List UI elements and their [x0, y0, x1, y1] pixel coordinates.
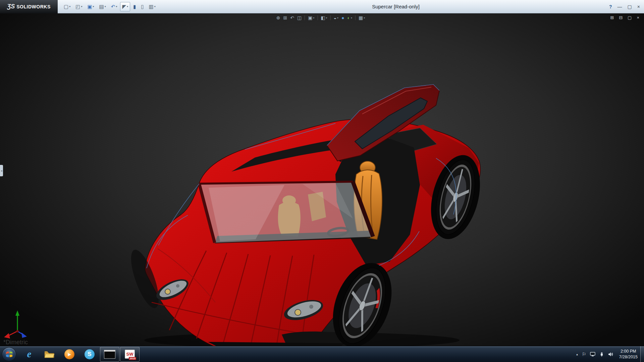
zoom-to-fit-icon: ⊕	[276, 15, 280, 20]
solidworks-logo: ƷS SOLIDWORKS	[0, 0, 58, 13]
orientation-label: *Dimetric	[3, 339, 28, 346]
instant3d-button[interactable]: ▮	[131, 2, 138, 11]
chevron-down-icon: ▾	[337, 16, 338, 19]
select-tool-button[interactable]: ◤ ▾	[120, 2, 130, 11]
folder-icon	[44, 350, 55, 359]
command-prompt-icon	[104, 350, 115, 359]
supercar-model[interactable]	[125, 84, 488, 346]
skype-icon: S	[85, 349, 95, 359]
minimize-button[interactable]: —	[618, 4, 622, 9]
maximize-button[interactable]: ▢	[628, 4, 632, 9]
apply-scene-button[interactable]: ◐ ▾	[347, 15, 352, 20]
taskbar-explorer-button[interactable]	[40, 347, 59, 362]
chevron-down-icon: ▾	[351, 16, 352, 19]
heads-up-view-toolbar: ⊕ ⊞ ↶ ◫ ▣ ▾ ◧ ▾ ◒ ▾	[276, 15, 365, 20]
chevron-down-icon: ▾	[69, 5, 70, 8]
start-button[interactable]	[2, 347, 16, 361]
hide-show-items-button[interactable]: ◒ ▾	[334, 15, 338, 20]
play-icon: ▶	[68, 352, 71, 357]
hide-show-items-icon: ◒	[334, 15, 336, 20]
separator	[317, 15, 318, 20]
taskbar-skype-button[interactable]: S	[80, 347, 99, 362]
feature-manager-collapse-tab[interactable]: ◂	[0, 165, 3, 176]
windshield	[199, 182, 373, 243]
pane-toggle-icon[interactable]: ⊞	[610, 15, 614, 20]
show-desktop-button[interactable]	[640, 346, 644, 362]
chevron-down-icon: ▾	[313, 16, 314, 19]
options-sheet-icon: ▥	[149, 4, 154, 10]
display-style-button[interactable]: ◧ ▾	[321, 15, 327, 20]
graphics-area	[0, 13, 644, 346]
document-window-controls: ⊞ ⊟ ▢ ×	[610, 15, 639, 20]
printer-icon: ▤	[99, 4, 104, 10]
new-document-icon: ▢	[64, 4, 68, 10]
save-button[interactable]: ▣ ▾	[85, 2, 96, 11]
undo-arrow-icon: ↶	[111, 4, 115, 10]
brand-name: SOLIDWORKS	[16, 4, 50, 9]
section-view-icon: ◫	[297, 15, 302, 20]
previous-view-button[interactable]: ↶	[290, 15, 294, 20]
screen: ƷS SOLIDWORKS ▢ ▾ ◰ ▾ ▣ ▾ ▤ ▾ ↶ ▾	[0, 0, 644, 362]
chevron-down-icon: ▾	[326, 16, 327, 19]
doc-restore-button[interactable]: ▢	[628, 15, 632, 20]
window-controls: ? — ▢ ×	[609, 0, 640, 13]
open-folder-icon: ◰	[75, 4, 80, 10]
zoom-to-area-icon: ⊞	[283, 15, 287, 20]
doc-minimize-button[interactable]: ⊟	[619, 15, 623, 20]
action-center-flag-icon[interactable]: ⚐	[582, 352, 586, 357]
doc-close-button[interactable]: ×	[637, 15, 639, 20]
taskbar-internet-explorer-button[interactable]: e	[19, 347, 39, 362]
titlebar: ƷS SOLIDWORKS ▢ ▾ ◰ ▾ ▣ ▾ ▤ ▾ ↶ ▾	[0, 0, 644, 13]
taskbar-solidworks-button[interactable]: SW 2015	[120, 347, 140, 362]
instant3d-icon: ▮	[133, 4, 136, 10]
save-floppy-icon: ▣	[87, 4, 92, 10]
chevron-down-icon: ▾	[93, 5, 94, 8]
zoom-to-fit-button[interactable]: ⊕	[276, 15, 280, 20]
apply-scene-icon: ◐	[347, 15, 350, 20]
clock-time: 2:00 PM	[619, 349, 638, 354]
chevron-down-icon: ▾	[116, 5, 117, 8]
chevron-down-icon: ▾	[154, 5, 156, 8]
solidworks-version-badge: 2015	[129, 357, 136, 360]
chevron-down-icon: ▾	[127, 5, 128, 8]
view-orientation-button[interactable]: ▣ ▾	[308, 15, 314, 20]
display-style-icon: ◧	[321, 15, 325, 20]
speaker-icon[interactable]	[608, 352, 613, 357]
taskbar-clock[interactable]: 2:00 PM 7/28/2015	[619, 349, 638, 360]
close-button[interactable]: ×	[637, 4, 640, 9]
viewport-3d[interactable]: ⊕ ⊞ ↶ ◫ ▣ ▾ ◧ ▾ ◒ ▾	[0, 13, 644, 346]
edit-appearance-icon: ●	[341, 15, 344, 20]
edit-appearance-button[interactable]: ●	[341, 15, 344, 20]
select-cursor-icon: ◤	[122, 4, 126, 10]
chevron-down-icon: ▾	[105, 5, 106, 8]
windows-taskbar: e ▶ S SW 2015 ▴	[0, 346, 644, 362]
options-button[interactable]: ▥ ▾	[147, 2, 158, 11]
new-document-button[interactable]: ▢ ▾	[62, 2, 72, 11]
open-button[interactable]: ◰ ▾	[73, 2, 84, 11]
internet-explorer-icon: e	[27, 349, 32, 359]
orientation-triad	[4, 310, 27, 339]
main-toolbar: ▢ ▾ ◰ ▾ ▣ ▾ ▤ ▾ ↶ ▾ ◤ ▾	[62, 2, 158, 11]
system-tray: ▴ ⚐ 2:00 PM 7/28/2015	[576, 349, 640, 360]
section-view-button[interactable]: ◫	[297, 15, 302, 20]
document-title: Supercar [Read-only]	[372, 0, 420, 13]
print-button[interactable]: ▤ ▾	[97, 2, 108, 11]
taskbar-command-prompt-button[interactable]	[100, 347, 119, 362]
help-icon[interactable]: ?	[609, 4, 612, 9]
show-hidden-icons-button[interactable]: ▴	[576, 353, 578, 356]
network-plug-icon[interactable]	[599, 352, 604, 357]
zoom-to-area-button[interactable]: ⊞	[283, 15, 287, 20]
separator	[330, 15, 331, 20]
solidworks-glyph: SW	[126, 352, 133, 357]
display-icon[interactable]	[590, 352, 595, 357]
rebuild-icon: ▯	[141, 4, 144, 10]
taskbar-media-player-button[interactable]: ▶	[60, 347, 79, 362]
chevron-down-icon: ▾	[81, 5, 82, 8]
rebuild-button[interactable]: ▯	[139, 2, 146, 11]
undo-button[interactable]: ↶ ▾	[109, 2, 119, 11]
view-settings-button[interactable]: ▦ ▾	[359, 15, 365, 20]
collapse-arrow-icon: ◂	[1, 169, 2, 172]
view-orientation-icon: ▣	[308, 15, 312, 20]
separator	[355, 15, 356, 20]
clock-date: 7/28/2015	[619, 354, 638, 360]
